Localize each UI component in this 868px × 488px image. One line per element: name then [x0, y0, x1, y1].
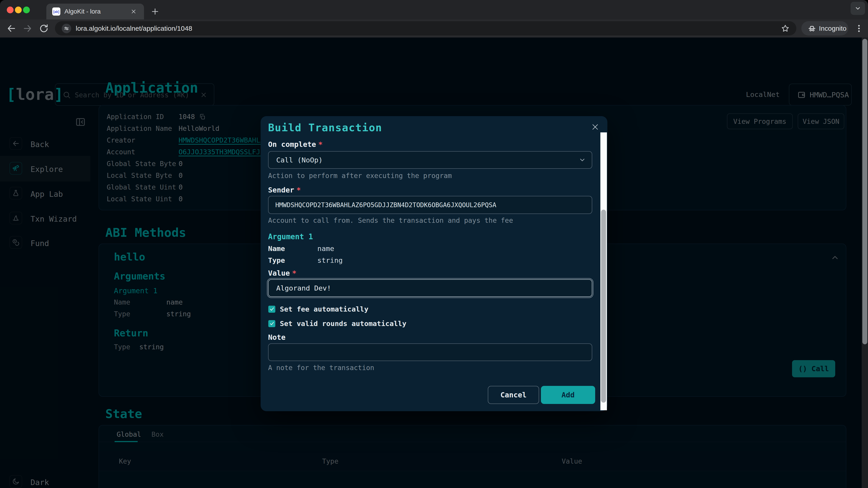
set-valid-rounds-checkbox-row[interactable]: Set valid rounds automatically — [268, 320, 406, 328]
checkbox-label: Set fee automatically — [280, 305, 368, 313]
sender-helper: Account to call from. Sends the transact… — [268, 217, 513, 224]
checkbox-label: Set valid rounds automatically — [280, 320, 406, 328]
sender-label: Sender* — [268, 186, 301, 194]
browser-titlebar: [ak] AlgoKit - lora — [0, 0, 868, 20]
url-text[interactable]: lora.algokit.io/localnet/application/104… — [76, 21, 192, 35]
argument-type-label: Type — [268, 256, 317, 264]
browser-toolbar: lora.algokit.io/localnet/application/104… — [0, 20, 868, 37]
sender-value: HMWDSHQCOPD2T36WBAHLAZ6PO5GDJJZBN4D2TODK… — [275, 201, 496, 209]
favicon-text: [ak] — [53, 10, 59, 13]
tab-close-icon[interactable] — [130, 8, 137, 15]
argument-type-row: Type string — [268, 256, 343, 264]
note-helper: A note for the transaction — [268, 364, 374, 372]
on-complete-value: Call (NoOp) — [276, 156, 322, 164]
build-transaction-dialog: Build Transaction On complete* Call (NoO… — [260, 116, 608, 411]
tab-favicon: [ak] — [52, 7, 60, 15]
checkbox-checked-icon[interactable] — [268, 320, 275, 327]
dialog-title: Build Transaction — [268, 122, 382, 134]
note-label: Note — [268, 333, 285, 341]
on-complete-label: On complete* — [268, 140, 322, 149]
sender-input[interactable]: HMWDSHQCOPD2T36WBAHLAZ6PO5GDJJZBN4D2TODK… — [268, 196, 592, 214]
argument-name-label: Name — [268, 245, 317, 253]
chevron-down-icon — [579, 156, 586, 164]
incognito-icon — [808, 24, 816, 33]
forward-nav-icon[interactable] — [23, 24, 33, 33]
reload-icon[interactable] — [39, 24, 49, 33]
macos-maximize-button[interactable] — [23, 6, 30, 13]
site-settings-icon[interactable] — [62, 24, 71, 33]
browser-window: [ak] AlgoKit - lora lora.algo — [0, 0, 868, 488]
on-complete-helper: Action to perform after executing the pr… — [268, 172, 452, 180]
set-fee-checkbox-row[interactable]: Set fee automatically — [268, 305, 368, 313]
browser-menu-icon[interactable] — [854, 24, 864, 33]
tab-search-chevron-button[interactable] — [850, 2, 865, 15]
address-bar[interactable]: lora.algokit.io/localnet/application/104… — [55, 21, 796, 35]
argument-name-value: name — [317, 245, 334, 253]
required-asterisk: * — [292, 269, 296, 278]
incognito-label: Incognito — [819, 21, 846, 35]
value-input[interactable]: Algorand Dev! — [268, 279, 592, 297]
incognito-badge: Incognito — [801, 21, 848, 35]
value-label: Value* — [268, 269, 297, 278]
argument-type-value: string — [317, 256, 343, 264]
field-label-text: Sender — [268, 186, 294, 194]
macos-close-button[interactable] — [7, 6, 13, 13]
required-asterisk: * — [297, 186, 301, 194]
add-button[interactable]: Add — [541, 386, 595, 404]
dialog-scrollbar-thumb[interactable] — [601, 210, 606, 402]
tab-title: AlgoKit - lora — [64, 4, 101, 20]
argument1-heading: Argument 1 — [268, 232, 313, 241]
required-asterisk: * — [318, 140, 322, 149]
cancel-button[interactable]: Cancel — [488, 386, 539, 404]
dialog-scrollbar-track[interactable] — [600, 132, 607, 410]
value-input-text: Algorand Dev! — [276, 284, 331, 292]
note-input[interactable] — [268, 344, 592, 361]
page-scrollbar-thumb[interactable] — [862, 39, 867, 344]
browser-tab[interactable]: [ak] AlgoKit - lora — [46, 4, 144, 20]
field-label-text: On complete — [268, 140, 316, 149]
checkbox-checked-icon[interactable] — [268, 306, 275, 313]
argument-name-row: Name name — [268, 245, 334, 253]
on-complete-select[interactable]: Call (NoOp) — [268, 151, 592, 169]
close-icon[interactable] — [591, 123, 599, 131]
back-nav-icon[interactable] — [6, 24, 16, 33]
bookmark-star-icon[interactable] — [781, 24, 789, 33]
page-scrollbar-track[interactable] — [862, 37, 868, 488]
macos-minimize-button[interactable] — [15, 6, 22, 13]
field-label-text: Value — [268, 269, 290, 278]
new-tab-button[interactable] — [150, 6, 160, 17]
